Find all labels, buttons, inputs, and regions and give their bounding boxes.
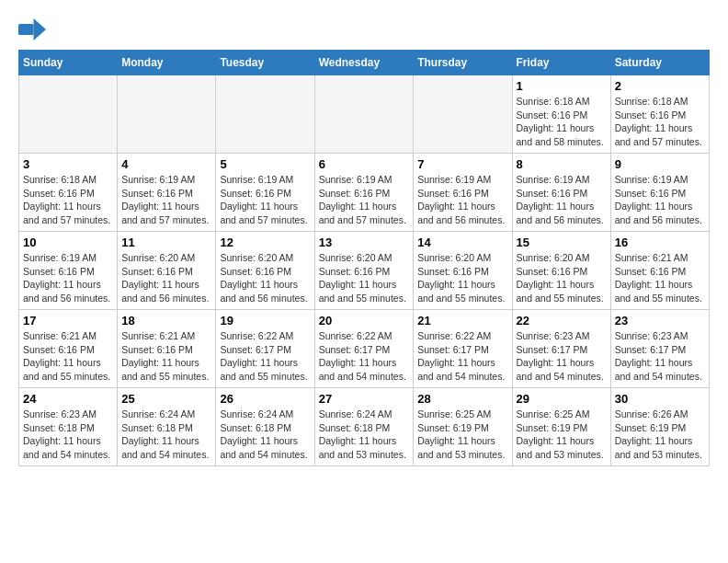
- cell-content: Sunrise: 6:25 AMSunset: 6:19 PMDaylight:…: [417, 408, 507, 462]
- logo: [18, 18, 50, 40]
- calendar-cell: 3Sunrise: 6:18 AMSunset: 6:16 PMDaylight…: [19, 154, 118, 232]
- cell-content: Sunrise: 6:25 AMSunset: 6:19 PMDaylight:…: [517, 408, 607, 462]
- calendar-cell: 27Sunrise: 6:24 AMSunset: 6:18 PMDayligh…: [314, 388, 414, 466]
- cell-content: Sunrise: 6:23 AMSunset: 6:17 PMDaylight:…: [517, 329, 607, 384]
- day-number: 19: [220, 314, 310, 327]
- cell-content: Sunrise: 6:19 AMSunset: 6:16 PMDaylight:…: [417, 173, 507, 227]
- day-number: 20: [319, 314, 410, 327]
- calendar-cell: 5Sunrise: 6:19 AMSunset: 6:16 PMDaylight…: [216, 154, 314, 232]
- calendar-cell: 8Sunrise: 6:19 AMSunset: 6:16 PMDaylight…: [512, 154, 610, 232]
- calendar-cell: 18Sunrise: 6:21 AMSunset: 6:16 PMDayligh…: [118, 310, 216, 388]
- header-saturday: Saturday: [610, 51, 709, 75]
- day-number: 7: [417, 157, 507, 171]
- day-number: 24: [23, 392, 113, 406]
- calendar-cell: 6Sunrise: 6:19 AMSunset: 6:16 PMDaylight…: [314, 154, 414, 232]
- calendar: SundayMondayTuesdayWednesdayThursdayFrid…: [18, 50, 710, 466]
- calendar-cell: [118, 75, 216, 154]
- cell-content: Sunrise: 6:21 AMSunset: 6:16 PMDaylight:…: [23, 329, 113, 384]
- logo-icon: [18, 18, 46, 40]
- svg-rect-0: [18, 24, 34, 35]
- day-number: 29: [517, 392, 607, 406]
- calendar-cell: [414, 75, 512, 154]
- day-number: 5: [220, 157, 310, 171]
- calendar-cell: 16Sunrise: 6:21 AMSunset: 6:16 PMDayligh…: [610, 232, 709, 310]
- day-number: 3: [23, 157, 113, 171]
- day-number: 1: [517, 79, 607, 93]
- header-wednesday: Wednesday: [314, 51, 414, 75]
- calendar-cell: 20Sunrise: 6:22 AMSunset: 6:17 PMDayligh…: [314, 310, 414, 388]
- day-number: 11: [121, 236, 211, 249]
- cell-content: Sunrise: 6:22 AMSunset: 6:17 PMDaylight:…: [319, 329, 410, 384]
- calendar-cell: 30Sunrise: 6:26 AMSunset: 6:19 PMDayligh…: [610, 388, 709, 466]
- calendar-cell: 21Sunrise: 6:22 AMSunset: 6:17 PMDayligh…: [414, 310, 512, 388]
- week-row-5: 24Sunrise: 6:23 AMSunset: 6:18 PMDayligh…: [19, 388, 710, 466]
- day-number: 30: [615, 392, 705, 406]
- header-thursday: Thursday: [414, 51, 512, 75]
- day-number: 14: [417, 236, 507, 249]
- cell-content: Sunrise: 6:24 AMSunset: 6:18 PMDaylight:…: [121, 408, 211, 462]
- calendar-cell: 12Sunrise: 6:20 AMSunset: 6:16 PMDayligh…: [216, 232, 314, 310]
- week-row-4: 17Sunrise: 6:21 AMSunset: 6:16 PMDayligh…: [19, 310, 710, 388]
- cell-content: Sunrise: 6:19 AMSunset: 6:16 PMDaylight:…: [220, 173, 310, 227]
- calendar-cell: 28Sunrise: 6:25 AMSunset: 6:19 PMDayligh…: [414, 388, 512, 466]
- day-number: 26: [220, 392, 310, 406]
- svg-marker-1: [34, 18, 47, 40]
- cell-content: Sunrise: 6:19 AMSunset: 6:16 PMDaylight:…: [517, 173, 607, 227]
- day-number: 2: [615, 79, 705, 93]
- header-monday: Monday: [118, 51, 216, 75]
- calendar-cell: 9Sunrise: 6:19 AMSunset: 6:16 PMDaylight…: [610, 154, 709, 232]
- header-sunday: Sunday: [19, 51, 118, 75]
- cell-content: Sunrise: 6:20 AMSunset: 6:16 PMDaylight:…: [220, 251, 310, 305]
- calendar-cell: 2Sunrise: 6:18 AMSunset: 6:16 PMDaylight…: [610, 75, 709, 154]
- week-row-1: 1Sunrise: 6:18 AMSunset: 6:16 PMDaylight…: [19, 75, 710, 154]
- cell-content: Sunrise: 6:19 AMSunset: 6:16 PMDaylight:…: [23, 251, 113, 305]
- cell-content: Sunrise: 6:23 AMSunset: 6:17 PMDaylight:…: [615, 329, 705, 384]
- calendar-header-row: SundayMondayTuesdayWednesdayThursdayFrid…: [19, 51, 710, 75]
- header-tuesday: Tuesday: [216, 51, 314, 75]
- cell-content: Sunrise: 6:20 AMSunset: 6:16 PMDaylight:…: [417, 251, 507, 305]
- calendar-cell: 4Sunrise: 6:19 AMSunset: 6:16 PMDaylight…: [118, 154, 216, 232]
- day-number: 28: [417, 392, 507, 406]
- day-number: 8: [517, 157, 607, 171]
- day-number: 15: [517, 236, 607, 249]
- cell-content: Sunrise: 6:18 AMSunset: 6:16 PMDaylight:…: [23, 173, 113, 227]
- cell-content: Sunrise: 6:19 AMSunset: 6:16 PMDaylight:…: [615, 173, 705, 227]
- calendar-cell: 22Sunrise: 6:23 AMSunset: 6:17 PMDayligh…: [512, 310, 610, 388]
- day-number: 13: [319, 236, 410, 249]
- day-number: 25: [121, 392, 211, 406]
- calendar-cell: 26Sunrise: 6:24 AMSunset: 6:18 PMDayligh…: [216, 388, 314, 466]
- cell-content: Sunrise: 6:24 AMSunset: 6:18 PMDaylight:…: [220, 408, 310, 462]
- calendar-cell: 23Sunrise: 6:23 AMSunset: 6:17 PMDayligh…: [610, 310, 709, 388]
- day-number: 22: [517, 314, 607, 327]
- calendar-cell: [19, 75, 118, 154]
- calendar-cell: 19Sunrise: 6:22 AMSunset: 6:17 PMDayligh…: [216, 310, 314, 388]
- cell-content: Sunrise: 6:18 AMSunset: 6:16 PMDaylight:…: [517, 95, 607, 149]
- cell-content: Sunrise: 6:23 AMSunset: 6:18 PMDaylight:…: [23, 408, 113, 462]
- calendar-cell: 14Sunrise: 6:20 AMSunset: 6:16 PMDayligh…: [414, 232, 512, 310]
- calendar-cell: 15Sunrise: 6:20 AMSunset: 6:16 PMDayligh…: [512, 232, 610, 310]
- day-number: 9: [615, 157, 705, 171]
- calendar-cell: [314, 75, 414, 154]
- calendar-cell: 13Sunrise: 6:20 AMSunset: 6:16 PMDayligh…: [314, 232, 414, 310]
- header-friday: Friday: [512, 51, 610, 75]
- calendar-cell: 11Sunrise: 6:20 AMSunset: 6:16 PMDayligh…: [118, 232, 216, 310]
- cell-content: Sunrise: 6:20 AMSunset: 6:16 PMDaylight:…: [121, 251, 211, 305]
- day-number: 27: [319, 392, 410, 406]
- cell-content: Sunrise: 6:20 AMSunset: 6:16 PMDaylight:…: [319, 251, 410, 305]
- calendar-cell: 7Sunrise: 6:19 AMSunset: 6:16 PMDaylight…: [414, 154, 512, 232]
- calendar-cell: 10Sunrise: 6:19 AMSunset: 6:16 PMDayligh…: [19, 232, 118, 310]
- day-number: 16: [615, 236, 705, 249]
- day-number: 4: [121, 157, 211, 171]
- day-number: 17: [23, 314, 113, 327]
- cell-content: Sunrise: 6:18 AMSunset: 6:16 PMDaylight:…: [615, 95, 705, 149]
- calendar-cell: 1Sunrise: 6:18 AMSunset: 6:16 PMDaylight…: [512, 75, 610, 154]
- calendar-cell: [216, 75, 314, 154]
- day-number: 12: [220, 236, 310, 249]
- cell-content: Sunrise: 6:21 AMSunset: 6:16 PMDaylight:…: [615, 251, 705, 305]
- week-row-2: 3Sunrise: 6:18 AMSunset: 6:16 PMDaylight…: [19, 154, 710, 232]
- calendar-cell: 29Sunrise: 6:25 AMSunset: 6:19 PMDayligh…: [512, 388, 610, 466]
- day-number: 23: [615, 314, 705, 327]
- cell-content: Sunrise: 6:21 AMSunset: 6:16 PMDaylight:…: [121, 329, 211, 384]
- day-number: 10: [23, 236, 113, 249]
- cell-content: Sunrise: 6:22 AMSunset: 6:17 PMDaylight:…: [417, 329, 507, 384]
